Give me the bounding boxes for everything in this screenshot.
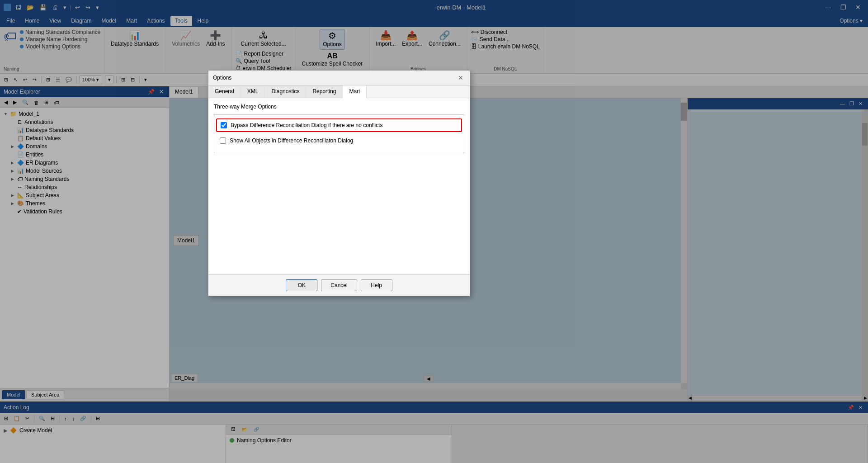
modal-help-btn[interactable]: Help <box>361 279 392 291</box>
modal-footer: OK Cancel Help <box>208 274 470 296</box>
modal-tab-general[interactable]: General <box>208 85 241 98</box>
modal-tab-diagnostics[interactable]: Diagnostics <box>265 85 306 98</box>
bypass-checkbox[interactable] <box>221 122 227 128</box>
show-all-checkbox[interactable] <box>220 137 226 144</box>
modal-tab-mart[interactable]: Mart <box>343 85 367 98</box>
modal-close-btn[interactable]: ✕ <box>456 73 465 82</box>
modal-tab-xml[interactable]: XML <box>241 85 265 98</box>
modal-title: Options <box>213 75 231 81</box>
show-all-checkbox-label: Show All Objects in Difference Reconcili… <box>230 137 353 144</box>
modal-titlebar: Options ✕ <box>208 71 470 85</box>
modal-body: Three-way Merge Options Bypass Differenc… <box>208 98 470 274</box>
modal-tab-reporting[interactable]: Reporting <box>306 85 343 98</box>
options-dialog: Options ✕ General XML Diagnostics Report… <box>208 70 470 296</box>
modal-section-title: Three-way Merge Options <box>214 104 464 110</box>
show-all-checkbox-row: Show All Objects in Difference Reconcili… <box>216 135 462 146</box>
modal-options-area: Bypass Difference Reconciliation Dialog … <box>214 114 464 153</box>
bypass-checkbox-row: Bypass Difference Reconciliation Dialog … <box>216 118 462 132</box>
modal-tabs: General XML Diagnostics Reporting Mart <box>208 85 470 98</box>
bypass-checkbox-label: Bypass Difference Reconciliation Dialog … <box>231 122 383 128</box>
modal-overlay: Options ✕ General XML Diagnostics Report… <box>0 0 868 463</box>
modal-ok-btn[interactable]: OK <box>286 279 317 291</box>
modal-cancel-btn[interactable]: Cancel <box>321 279 357 291</box>
